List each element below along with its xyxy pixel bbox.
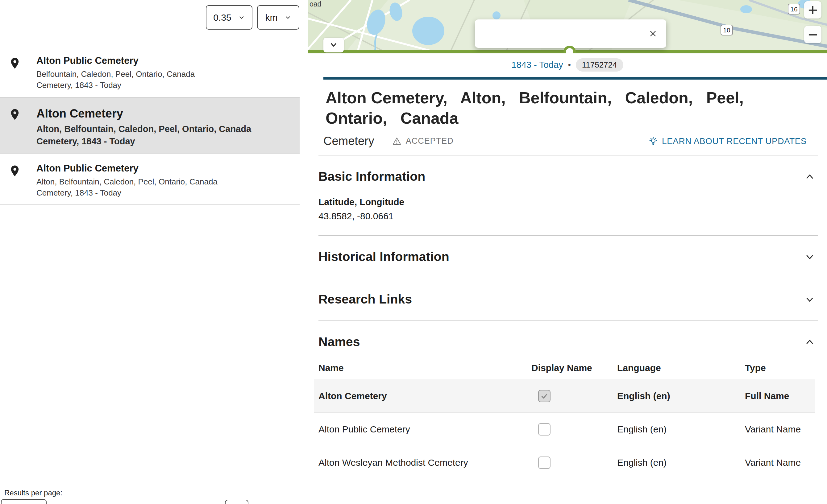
latlong-label: Latitude, Longitude bbox=[319, 197, 815, 207]
latlong-value: 43.8582, -80.0661 bbox=[319, 211, 815, 221]
section-title: Historical Information bbox=[319, 250, 449, 264]
lightbulb-icon bbox=[648, 136, 658, 146]
recent-updates-link[interactable]: LEARN ABOUT RECENT UPDATES bbox=[648, 136, 807, 146]
col-header-display-name: Display Name bbox=[531, 363, 617, 373]
result-title: Alton Public Cemetery bbox=[36, 55, 295, 67]
status-badge: ACCEPTED bbox=[392, 136, 454, 146]
location-pin-icon bbox=[8, 162, 36, 198]
map-popup bbox=[475, 19, 666, 48]
section-title: Names bbox=[319, 335, 360, 349]
zoom-in-button[interactable]: + bbox=[804, 1, 821, 18]
section-names: Names Name Display Name Language Type Al… bbox=[319, 321, 818, 485]
route-shield-16: 16 bbox=[788, 4, 800, 14]
col-header-name: Name bbox=[319, 363, 531, 373]
results-per-page-select[interactable] bbox=[1, 499, 47, 504]
result-location: Alton, Belfountain, Caledon, Peel, Ontar… bbox=[36, 123, 295, 135]
divider bbox=[319, 485, 815, 485]
result-text: Alton Public Cemetery Alton, Belfountain… bbox=[36, 162, 295, 198]
language-cell: English (en) bbox=[617, 424, 745, 435]
location-pin-icon bbox=[8, 106, 36, 147]
route-shield-10: 10 bbox=[721, 25, 733, 36]
detail-content: Alton Cemetery, Alton, Belfountain, Cale… bbox=[308, 88, 827, 485]
chevron-down-icon bbox=[329, 40, 338, 50]
names-table-header: Name Display Name Language Type bbox=[314, 363, 815, 380]
language-cell: English (en) bbox=[617, 457, 745, 468]
result-location: Belfountain, Caledon, Peel, Ontario, Can… bbox=[36, 68, 295, 80]
places-app: 0.35 km Alton Public Cemetery Belfountai… bbox=[0, 0, 827, 504]
result-location: Alton, Belfountain, Caledon, Peel, Ontar… bbox=[36, 176, 295, 187]
radius-select[interactable]: 0.35 bbox=[206, 5, 252, 30]
result-title: Alton Cemetery bbox=[36, 106, 295, 121]
close-icon[interactable] bbox=[644, 25, 662, 43]
check-icon bbox=[540, 392, 548, 400]
chevron-up-icon bbox=[804, 171, 815, 182]
name-cell: Alton Public Cemetery bbox=[319, 424, 531, 435]
place-meta-row: Cemetery ACCEPTED bbox=[324, 135, 807, 148]
table-row: Alton Wesleyan Methodist Cemetery Englis… bbox=[314, 446, 815, 479]
section-title: Basic Information bbox=[319, 169, 425, 184]
timeline-collapse-button[interactable] bbox=[324, 38, 344, 52]
result-text: Alton Cemetery Alton, Belfountain, Caled… bbox=[36, 106, 295, 147]
table-row: Alton Cemetery English (en) Full Name bbox=[314, 380, 815, 413]
unit-select[interactable]: km bbox=[257, 5, 299, 30]
separator-dot: • bbox=[568, 60, 571, 70]
chevron-down-icon bbox=[804, 294, 815, 305]
results-list: Alton Public Cemetery Belfountain, Caled… bbox=[0, 46, 300, 205]
display-name-checkbox[interactable] bbox=[538, 423, 550, 436]
recent-updates-label: LEARN ABOUT RECENT UPDATES bbox=[662, 136, 807, 146]
section-research-links: Research Links bbox=[319, 278, 818, 321]
detail-accent-bar bbox=[324, 77, 827, 80]
name-cell: Alton Wesleyan Methodist Cemetery bbox=[319, 457, 531, 468]
map: oad 16 10 + − bbox=[308, 0, 827, 53]
result-item[interactable]: Alton Public Cemetery Belfountain, Caled… bbox=[0, 46, 300, 97]
section-research-header[interactable]: Research Links bbox=[319, 292, 815, 307]
status-text: ACCEPTED bbox=[406, 136, 454, 146]
chevron-down-icon bbox=[804, 251, 815, 262]
display-name-checkbox[interactable] bbox=[538, 456, 550, 469]
chevron-up-icon bbox=[804, 337, 815, 348]
result-meta: Cemetery, 1843 - Today bbox=[36, 80, 295, 91]
result-item[interactable]: Alton Public Cemetery Alton, Belfountain… bbox=[0, 154, 300, 205]
col-header-language: Language bbox=[617, 363, 745, 373]
pagination-control[interactable] bbox=[225, 500, 248, 504]
result-text: Alton Public Cemetery Belfountain, Caled… bbox=[36, 55, 295, 91]
name-cell: Alton Cemetery bbox=[319, 391, 531, 401]
results-per-page-label: Results per page: bbox=[4, 489, 62, 497]
section-title: Research Links bbox=[319, 292, 412, 307]
radius-select-value: 0.35 bbox=[213, 12, 231, 23]
col-header-type: Type bbox=[745, 363, 815, 373]
place-id-badge: 11752724 bbox=[576, 58, 623, 71]
result-meta: Cemetery, 1843 - Today bbox=[36, 187, 295, 198]
location-pin-icon bbox=[8, 55, 36, 91]
search-results-panel: 0.35 km Alton Public Cemetery Belfountai… bbox=[0, 0, 308, 504]
section-basic-header[interactable]: Basic Information bbox=[319, 169, 815, 184]
table-row: Alton Public Cemetery English (en) Varia… bbox=[314, 413, 815, 446]
type-cell: Full Name bbox=[745, 391, 815, 401]
result-title: Alton Public Cemetery bbox=[36, 162, 295, 174]
place-type-label: Cemetery bbox=[324, 135, 374, 148]
display-name-checkbox[interactable] bbox=[538, 390, 550, 402]
zoom-out-button[interactable]: − bbox=[804, 26, 821, 43]
map-road-label: oad bbox=[309, 0, 321, 8]
warning-triangle-icon bbox=[392, 137, 401, 146]
result-meta: Cemetery, 1843 - Today bbox=[36, 135, 295, 147]
place-detail-panel: oad 16 10 + − 1843 - Today • 11752724 bbox=[308, 0, 827, 504]
section-historical-information: Historical Information bbox=[319, 236, 818, 278]
page-title: Alton Cemetery, Alton, Belfountain, Cale… bbox=[326, 88, 788, 128]
timeline-caption: 1843 - Today • 11752724 bbox=[308, 58, 827, 71]
chevron-down-icon bbox=[285, 14, 291, 21]
names-table: Name Display Name Language Type Alton Ce… bbox=[319, 363, 815, 485]
unit-select-value: km bbox=[265, 12, 278, 23]
section-names-header[interactable]: Names bbox=[319, 335, 815, 349]
section-basic-information: Basic Information Latitude, Longitude 43… bbox=[319, 155, 818, 236]
language-cell: English (en) bbox=[617, 391, 745, 401]
type-cell: Variant Name bbox=[745, 457, 815, 468]
timeline-range-link[interactable]: 1843 - Today bbox=[511, 60, 563, 70]
section-historical-header[interactable]: Historical Information bbox=[319, 250, 815, 264]
result-item[interactable]: Alton Cemetery Alton, Belfountain, Caled… bbox=[0, 97, 300, 154]
type-cell: Variant Name bbox=[745, 424, 815, 435]
chevron-down-icon bbox=[238, 14, 245, 21]
